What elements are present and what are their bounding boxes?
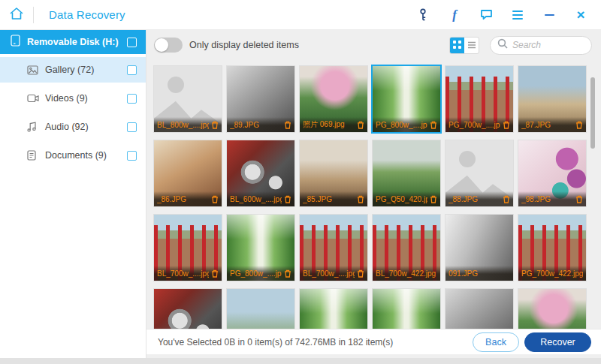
chat-icon[interactable] [479, 8, 493, 22]
sidebar-item-label: Audio (92) [45, 122, 89, 132]
sidebar-item-checkbox[interactable] [127, 65, 137, 75]
search-box[interactable] [490, 36, 592, 55]
thumbnail[interactable] [154, 289, 222, 329]
sidebar-item-checkbox[interactable] [127, 151, 137, 161]
thumbnail-label-bar: 091.JPG [445, 266, 513, 281]
thumbnail-photo [227, 289, 294, 329]
thumbnail-area: BL_800w_....jpg_89.JPG照片 069.jpgPG_800w_… [146, 60, 601, 329]
file-name: _88.JPG [448, 195, 500, 203]
view-switcher [449, 37, 479, 54]
trash-icon [575, 121, 583, 129]
thumbnail[interactable]: _98.JPG [518, 140, 586, 206]
thumbnail[interactable]: PG_800w_....jpg [373, 66, 440, 132]
trash-icon [357, 121, 364, 129]
thumbnail[interactable]: BL_800w_....jpg [154, 66, 222, 132]
drive-checkbox[interactable] [127, 38, 137, 47]
thumbnail-label-bar: BL_700w_422.jpg [373, 266, 440, 281]
file-name: PG_700w_....jpg [448, 121, 500, 129]
thumbnail[interactable]: BL_700w_....jpg [300, 215, 367, 281]
home-button[interactable] [0, 7, 33, 23]
sidebar-item-label: Gallery (72) [45, 65, 94, 75]
close-button[interactable]: × [574, 8, 587, 22]
search-icon [497, 38, 508, 52]
scrollbar[interactable] [590, 77, 595, 149]
sidebar-item-audio[interactable]: Audio (92) [0, 114, 146, 140]
file-name: _87.JPG [521, 121, 573, 129]
file-name: BL_800w_....jpg [157, 121, 209, 129]
thumbnail-label-bar: 照片 069.jpg [300, 117, 367, 132]
toggle-label: Only display deleted items [189, 40, 299, 50]
sidebar-item-documents[interactable]: Documents (9) [0, 143, 146, 168]
thumbnail-label-bar: _87.JPG [518, 117, 586, 132]
file-name: PG_800w_....jpg [376, 121, 427, 129]
toolbar: Only display deleted items [146, 30, 601, 60]
thumbnail[interactable] [373, 289, 440, 329]
thumbnail[interactable]: BL_700w_....jpg [154, 215, 222, 281]
thumbnail-grid: BL_800w_....jpg_89.JPG照片 069.jpgPG_800w_… [146, 60, 601, 329]
thumbnail-photo [300, 289, 367, 329]
thumbnail-photo [518, 289, 586, 329]
thumbnail[interactable]: _89.JPG [227, 66, 294, 132]
facebook-icon[interactable]: f [448, 8, 461, 22]
sidebar-item-checkbox[interactable] [127, 94, 137, 104]
thumbnail-label-bar: PG_700w_422.jpg [518, 266, 586, 281]
thumbnail-label-bar: PG_700w_....jpg [445, 117, 513, 132]
toggle-knob [155, 38, 168, 52]
thumbnail[interactable]: _85.JPG [300, 140, 367, 206]
key-icon[interactable] [416, 8, 430, 22]
statusbar: You've Selected 0B in 0 item(s) of 742.7… [146, 329, 601, 354]
thumbnail-label-bar: PG_800w_....jpg [227, 266, 294, 281]
thumbnail[interactable]: BL_600w_....jpg [227, 140, 294, 206]
back-button[interactable]: Back [473, 332, 519, 352]
sidebar-item-label: Videos (9) [45, 93, 88, 104]
thumbnail[interactable]: 照片 069.jpg [300, 66, 367, 132]
grid-view-icon [453, 38, 461, 52]
thumbnail[interactable]: PG_700w_....jpg [445, 66, 513, 132]
thumbnail-photo [445, 289, 513, 329]
list-view-button[interactable] [464, 38, 479, 53]
drive-header[interactable]: Removable Disk (H:) [0, 30, 146, 54]
sidebar-item-label: Documents (9) [45, 150, 107, 161]
trash-icon [211, 121, 219, 129]
sidebar-item-gallery[interactable]: Gallery (72) [0, 57, 146, 83]
file-name: BL_700w_....jpg [303, 269, 355, 278]
thumbnail[interactable] [300, 289, 367, 329]
thumbnail[interactable]: _87.JPG [518, 66, 586, 132]
thumbnail[interactable]: _86.JPG [154, 140, 222, 206]
minimize-icon [545, 14, 554, 16]
trash-icon [430, 121, 437, 129]
menu-icon[interactable] [511, 8, 524, 22]
statusbar-buttons: Back Recover [473, 332, 591, 352]
thumbnail[interactable]: PG_800w_....jpg [227, 215, 294, 281]
titlebar-actions: f × [416, 8, 601, 22]
thumbnail-label-bar: _89.JPG [227, 117, 294, 132]
thumbnail[interactable]: BL_700w_422.jpg [373, 215, 440, 281]
documents-icon [27, 150, 41, 161]
sidebar-item-videos[interactable]: Videos (9) [0, 86, 146, 111]
trash-icon [503, 121, 510, 129]
thumbnail[interactable]: 091.JPG [445, 215, 513, 281]
trash-icon [503, 195, 510, 203]
file-name: 091.JPG [448, 269, 510, 278]
list-view-icon [467, 38, 476, 52]
thumbnail[interactable]: _88.JPG [445, 140, 513, 206]
thumbnail[interactable] [227, 289, 294, 329]
thumbnail[interactable] [445, 289, 513, 329]
thumbnail[interactable]: PG_700w_422.jpg [518, 215, 586, 281]
sidebar-items: Gallery (72)Videos (9)Audio (92)Document… [0, 57, 146, 168]
deleted-only-toggle[interactable] [154, 38, 183, 53]
recover-button[interactable]: Recover [524, 332, 591, 352]
thumbnail-label-bar: _86.JPG [154, 191, 222, 206]
search-input[interactable] [512, 40, 585, 50]
minimize-button[interactable] [542, 8, 556, 22]
home-icon [9, 7, 24, 23]
trash-icon [430, 195, 437, 203]
sidebar-item-checkbox[interactable] [127, 122, 137, 132]
thumbnail-label-bar: _85.JPG [300, 191, 367, 206]
thumbnail[interactable] [518, 289, 586, 329]
titlebar: Data Recovery f × [0, 0, 601, 30]
videos-icon [27, 94, 41, 103]
trash-icon [211, 195, 219, 203]
grid-view-button[interactable] [450, 38, 464, 53]
thumbnail[interactable]: PG_Q50_420.jpg [373, 140, 440, 206]
